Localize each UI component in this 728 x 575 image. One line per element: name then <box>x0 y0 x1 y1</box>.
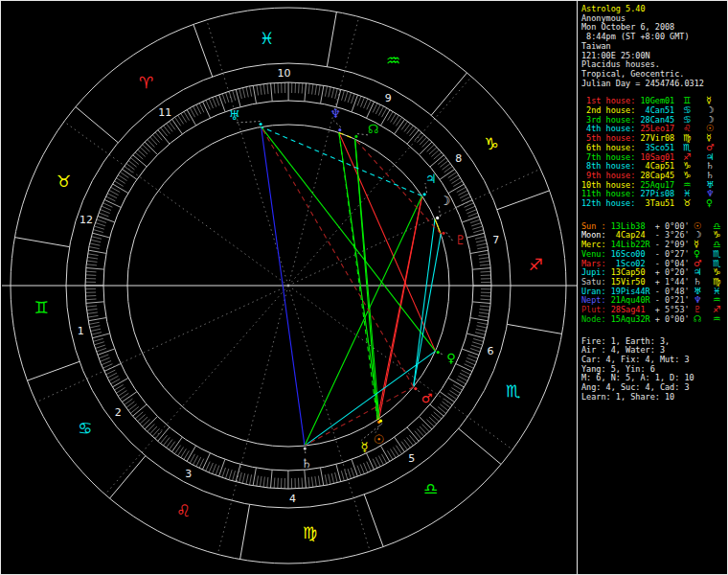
degree-tick <box>278 478 279 489</box>
degree-tick <box>302 83 303 94</box>
degree-tick <box>470 219 480 223</box>
degree-tick <box>91 237 102 240</box>
planet-position: 13Cap50 <box>611 267 650 277</box>
degree-tick <box>479 312 489 314</box>
chart-area: ♈♉♊♋♌♍♎♏♐♑♒♓123456789101112☉☽☿♀♂♃♄♅♆♇☊ <box>1 1 578 574</box>
planet-list: Sun : 13Lib38 + 0°00'☉♎Moon: 4Cap24 - 3°… <box>581 222 727 325</box>
degree-tick <box>367 462 372 472</box>
degree-tick <box>367 102 375 118</box>
degree-tick <box>331 87 334 98</box>
degree-tick <box>93 338 103 341</box>
degree-tick <box>102 203 112 208</box>
degree-tick <box>479 258 489 260</box>
degree-tick <box>90 243 101 245</box>
planet-position: 15Vir50 <box>611 277 650 287</box>
degree-tick <box>158 130 170 145</box>
degree-tick <box>109 376 119 380</box>
planet-latitude: + 0°00' <box>650 314 690 324</box>
degree-tick <box>250 474 252 485</box>
planet-label: Jupi: <box>581 267 611 277</box>
degree-tick <box>86 271 97 272</box>
planet-latitude: - 0°21' <box>650 295 690 305</box>
degree-tick <box>480 306 490 307</box>
degree-tick <box>395 119 405 133</box>
degree-tick <box>242 473 245 484</box>
planet-latitude: - 0°27' <box>650 249 690 259</box>
leader-line-uranus <box>237 122 261 124</box>
degree-tick <box>90 329 101 331</box>
degree-tick <box>329 474 330 485</box>
degree-tick <box>373 459 377 469</box>
degree-tick <box>100 357 109 361</box>
degree-tick <box>331 473 333 484</box>
sign-boundary-line <box>431 73 466 115</box>
house-cusp-position: 10Sag01 <box>635 152 674 162</box>
degree-tick <box>206 462 211 472</box>
degree-tick <box>99 355 108 358</box>
degree-tick <box>460 373 469 378</box>
degree-tick <box>278 82 279 93</box>
degree-tick <box>459 191 468 196</box>
house-label: 2nd house: <box>581 105 635 115</box>
degree-tick <box>364 99 368 108</box>
degree-tick <box>229 91 232 102</box>
sign-boundary-line <box>193 25 213 78</box>
degree-tick <box>430 404 444 416</box>
sign-boundary-line <box>110 456 146 498</box>
sign-boundary-line <box>497 191 550 210</box>
degree-tick <box>209 463 213 472</box>
degree-tick <box>89 247 100 249</box>
degree-tick <box>364 463 368 472</box>
degree-tick <box>472 302 490 304</box>
house-number: 12 <box>80 214 93 226</box>
degree-tick <box>216 96 219 105</box>
degree-tick <box>479 316 489 318</box>
degree-tick <box>321 85 324 104</box>
planet-position: 21Aqu40R <box>611 295 650 305</box>
zodiac-sign-glyph-libra: ♎ <box>423 479 438 498</box>
degree-tick <box>480 264 490 265</box>
aspect-line-square <box>339 133 436 352</box>
degree-tick <box>209 99 213 108</box>
degree-tick <box>481 299 491 300</box>
degree-tick <box>87 309 98 310</box>
degree-tick <box>471 223 481 226</box>
degree-tick <box>187 446 196 462</box>
degree-tick <box>312 84 313 95</box>
degree-tick <box>109 190 119 195</box>
aspect-line-sextile <box>414 219 435 387</box>
aspect-line-conjunction <box>435 219 441 235</box>
leader-line-neptune <box>333 121 341 127</box>
degree-tick <box>233 471 236 481</box>
degree-tick <box>172 119 183 134</box>
degree-tick <box>305 83 307 102</box>
degree-tick <box>97 348 106 352</box>
degree-tick <box>378 456 383 466</box>
degree-tick <box>462 370 471 375</box>
degree-tick <box>342 90 345 101</box>
degree-tick <box>381 109 391 125</box>
degree-tick <box>199 103 204 112</box>
degree-tick <box>112 379 127 387</box>
planet-label: Plut: <box>581 305 611 314</box>
degree-tick <box>222 94 226 104</box>
degree-tick <box>122 392 137 402</box>
degree-tick <box>216 466 219 475</box>
sidebar: Astrolog 5.40 Anonymous Mon October 6, 2… <box>578 1 727 574</box>
sign-glyph: ♒ <box>713 314 721 324</box>
degree-tick <box>105 370 115 375</box>
degree-tick <box>236 464 240 481</box>
planet-position: 1Sco02 <box>611 259 650 268</box>
degree-tick <box>315 476 317 487</box>
degree-tick <box>202 453 210 470</box>
house-cusp-position: 4Cap51 <box>635 161 674 171</box>
degree-tick <box>263 84 264 95</box>
degree-tick <box>329 87 330 98</box>
degree-tick <box>196 104 201 114</box>
degree-tick <box>335 88 338 99</box>
degree-tick <box>480 261 490 262</box>
house-number: 8 <box>455 152 462 165</box>
degree-tick <box>456 200 472 208</box>
planet-position: 14Lib22R <box>611 240 650 249</box>
degree-tick <box>104 364 121 372</box>
